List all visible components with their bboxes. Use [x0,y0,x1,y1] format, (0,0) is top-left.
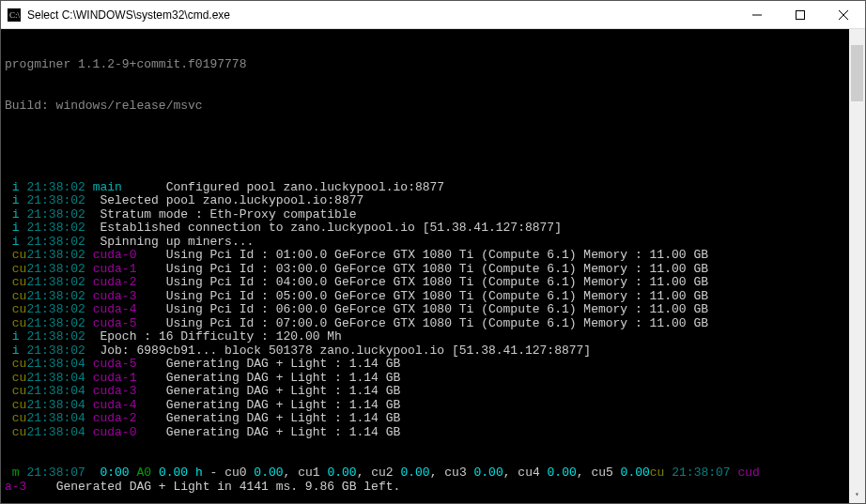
log-line: cu21:38:02 cuda-3 Using Pci Id : 05:00.0… [5,290,865,304]
cmd-window: C:\ Select C:\WINDOWS\system32\cmd.exe p… [0,0,866,504]
log-line: i 21:38:02 Job: 6989cb91... block 501378… [5,344,865,359]
hashrate-line: m 21:38:07 0:00 A0 0.00 h - cu0 0.00, cu… [5,466,865,481]
log-line: cu21:38:02 cuda-5 Using Pci Id : 07:00.0… [5,317,865,331]
svg-rect-3 [796,10,805,19]
maximize-button[interactable] [779,1,822,28]
header-line: progminer 1.1.2-9+commit.f0197778 [5,58,865,72]
log-line: cu21:38:04 cuda-5 Generating DAG + Light… [5,358,865,372]
log-line: cu21:38:02 cuda-1 Using Pci Id : 03:00.0… [5,263,865,277]
log-line: i 21:38:02 Stratum mode : Eth-Proxy comp… [5,208,865,222]
window-title: Select C:\WINDOWS\system32\cmd.exe [27,8,735,22]
log-line: cu21:38:04 cuda-1 Generating DAG + Light… [5,372,865,386]
log-line-wrap: a-3 Generated DAG + Light in 4141 ms. 9.… [5,481,865,495]
minimize-button[interactable] [735,1,779,28]
log-line: cu21:38:04 cuda-0 Generating DAG + Light… [5,426,865,440]
blank-line [5,140,865,154]
log-line: i 21:38:02 Established connection to zan… [5,221,865,236]
scroll-thumb[interactable] [851,45,863,101]
window-buttons [735,1,865,28]
svg-text:C:\: C:\ [9,10,21,20]
cmd-icon: C:\ [7,8,22,23]
log-line: cu21:38:02 cuda-4 Using Pci Id : 06:00.0… [5,303,865,317]
scrollbar[interactable]: ▴ ▾ [849,29,865,503]
scroll-down-button[interactable]: ▾ [849,487,865,503]
log-line: cu21:38:02 cuda-0 Using Pci Id : 01:00.0… [5,249,865,263]
log-line: i 21:38:02 Spinning up miners... [5,236,865,250]
console-area[interactable]: progminer 1.1.2-9+commit.f0197778 Build:… [1,29,865,503]
close-button[interactable] [822,1,865,28]
log-line: i 21:38:02 Selected pool zano.luckypool.… [5,194,865,208]
log-line: cu21:38:04 cuda-4 Generating DAG + Light… [5,399,865,413]
titlebar[interactable]: C:\ Select C:\WINDOWS\system32\cmd.exe [1,1,865,29]
log-line: i 21:38:02 main Configured pool zano.luc… [5,181,865,195]
header-line: Build: windows/release/msvc [5,99,865,114]
log-line: cu21:38:02 cuda-2 Using Pci Id : 04:00.0… [5,276,865,290]
log-line: cu21:38:04 cuda-2 Generating DAG + Light… [5,412,865,426]
log-line: i 21:38:02 Epoch : 16 Difficulty : 120.0… [5,330,865,344]
log-line: cu21:38:04 cuda-3 Generating DAG + Light… [5,385,865,399]
